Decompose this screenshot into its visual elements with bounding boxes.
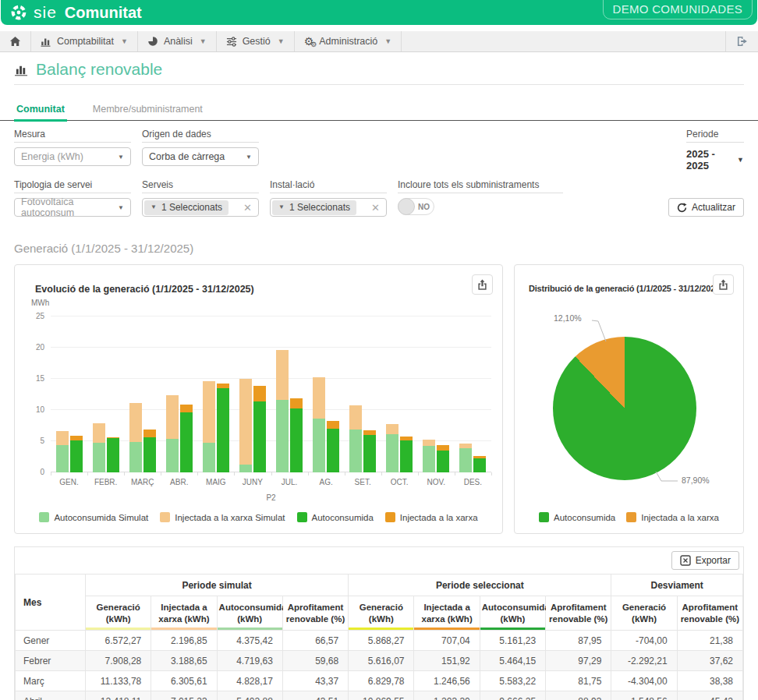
serveis-label: Serveis	[142, 179, 259, 193]
origen-field: Origen de dades Corba de càrrega ▼	[142, 129, 259, 166]
installacio-chip[interactable]: ▼ 1 Seleccionats	[272, 200, 356, 215]
legend-swatch	[160, 512, 170, 522]
legend-item[interactable]: Injectada a la xarxa Simulat	[160, 512, 285, 522]
origen-select[interactable]: Corba de càrrega ▼	[142, 147, 259, 166]
stacked-bar-seleccionat	[400, 437, 413, 472]
stacked-bar-seleccionat	[437, 445, 449, 472]
stacked-bar-seleccionat	[70, 436, 83, 472]
value-cell: 7.015,23	[151, 691, 217, 700]
x-axis-label: NOV.	[418, 478, 455, 486]
menu-item-analisi[interactable]: Anàlisi ▼	[138, 31, 217, 51]
logout-button[interactable]	[725, 31, 758, 51]
chart-export-button[interactable]	[713, 274, 734, 295]
x-axis-tick	[491, 472, 492, 476]
bar-group	[381, 316, 418, 472]
table-column-header: Generació (kWh)	[86, 596, 151, 631]
legend-swatch	[297, 512, 307, 522]
serveis-chip[interactable]: ▼ 1 Seleccionats	[144, 200, 228, 215]
table-column-header: Autoconsumida (kWh)	[480, 596, 545, 631]
chart-export-button[interactable]	[472, 274, 493, 295]
value-cell: 5.402,88	[217, 691, 282, 700]
bar-plot-area: 0510152025	[51, 316, 491, 472]
column-color-underline	[151, 628, 216, 630]
bar-segment	[56, 445, 69, 472]
toggle-knob	[398, 198, 415, 215]
bar-chart-title: Evolució de la generació (1/1/2025 - 31/…	[35, 284, 471, 295]
legend-swatch	[539, 512, 549, 522]
page-title-row: Balanç renovable	[14, 60, 744, 85]
legend-item[interactable]: Autoconsumida Simulat	[39, 512, 148, 522]
origen-label: Origen de dades	[142, 129, 259, 143]
stacked-bar-seleccionat	[143, 430, 156, 472]
mesura-select[interactable]: Energia (kWh) ▼	[14, 147, 131, 166]
bar-segment	[239, 465, 252, 472]
export-table-button[interactable]: Exportar	[671, 551, 739, 570]
x-axis-tick	[234, 472, 235, 476]
installacio-clear-icon[interactable]: ✕	[368, 202, 383, 214]
x-axis-tick	[308, 472, 309, 476]
periode-select[interactable]: 2025 - 2025 ▼	[686, 148, 744, 171]
sie-logo-icon	[10, 4, 27, 21]
legend-item[interactable]: Autoconsumida	[539, 512, 615, 522]
logout-icon	[736, 36, 749, 47]
bar-segment	[437, 451, 449, 472]
value-cell: 151,92	[414, 651, 480, 671]
stacked-bar-simulat	[129, 403, 142, 472]
tab-membre-subministrament[interactable]: Membre/subministrament	[90, 104, 205, 120]
column-color-underline	[480, 628, 545, 630]
value-cell: 43,37	[282, 671, 348, 691]
bar-segment	[437, 445, 449, 451]
x-axis-label: MAIG	[197, 478, 234, 486]
bar-segment	[423, 446, 435, 472]
refresh-button[interactable]: Actualitzar	[668, 198, 744, 217]
table-column-header: Injectada a xarxa (kWh)	[151, 596, 217, 631]
incloure-toggle[interactable]: NO	[398, 198, 434, 215]
table-row: Febrer7.908,283.188,654.719,6359,685.616…	[16, 651, 743, 671]
x-axis-tick	[161, 472, 161, 476]
tabs: Comunitat Membre/subministrament	[0, 104, 758, 121]
table-row: Abril12.418,117.015,235.402,8843,5110.86…	[16, 691, 743, 700]
tab-comunitat[interactable]: Comunitat	[14, 104, 67, 120]
menu-item-comptabilitat[interactable]: Comptabilitat ▼	[31, 31, 138, 51]
table-row: Març11.133,786.305,614.828,1743,376.829,…	[16, 671, 743, 691]
legend-item[interactable]: Autoconsumida	[297, 512, 374, 522]
brand-logo: sie Comunitat	[10, 3, 142, 22]
results-table: Mes Periode simulatPeriode seleccionatDe…	[15, 574, 743, 700]
serveis-clear-icon[interactable]: ✕	[240, 202, 255, 214]
legend-item[interactable]: Injectada a la xarxa	[626, 512, 719, 522]
x-axis-tick	[51, 472, 51, 476]
stacked-bar-simulat	[313, 377, 325, 472]
y-axis-tick-label: 10	[21, 405, 44, 414]
serveis-multiselect[interactable]: ▼ 1 Seleccionats ✕	[142, 198, 259, 217]
mesura-label: Mesura	[14, 129, 131, 143]
y-axis-tick-label: 20	[21, 343, 44, 352]
share-export-icon	[477, 279, 487, 290]
table-group-header: Desviament	[611, 574, 743, 596]
table-group-header-row: Mes Periode simulatPeriode seleccionatDe…	[16, 574, 743, 596]
month-cell: Febrer	[16, 651, 86, 671]
value-cell: 6.572,27	[86, 631, 151, 651]
table-column-header: Autoconsumida (kWh)	[217, 596, 282, 631]
bar-segment	[253, 401, 266, 472]
bar-segment	[349, 405, 362, 429]
bar-group	[308, 316, 345, 472]
tipologia-select[interactable]: Fotovoltaica autoconsum ▼	[14, 198, 131, 217]
value-cell: 5.868,27	[349, 631, 414, 651]
menu-item-gestio[interactable]: Gestió ▼	[217, 31, 295, 51]
month-cell: Març	[16, 671, 86, 691]
incloure-label: Incloure tots els subministraments	[398, 179, 563, 193]
x-axis-tick	[381, 472, 382, 476]
legend-label: Autoconsumida	[312, 513, 374, 522]
bar-group	[345, 316, 381, 472]
stacked-bar-seleccionat	[290, 398, 303, 472]
home-button[interactable]	[0, 31, 31, 51]
column-color-underline	[86, 628, 151, 630]
installacio-multiselect[interactable]: ▼ 1 Seleccionats ✕	[270, 198, 387, 217]
y-axis-unit-label: MWh	[31, 299, 502, 307]
value-cell: 9.666,25	[480, 691, 545, 700]
pie-chart-title: Distribució de la generació (1/1/2025 - …	[529, 284, 712, 293]
menu-item-administracio[interactable]: ⚙⚙ Administració ▼	[295, 31, 402, 51]
bar-segment	[93, 423, 105, 444]
legend-item[interactable]: Injectada a la xarxa	[385, 512, 478, 522]
tipologia-label: Tipologia de servei	[14, 179, 131, 193]
